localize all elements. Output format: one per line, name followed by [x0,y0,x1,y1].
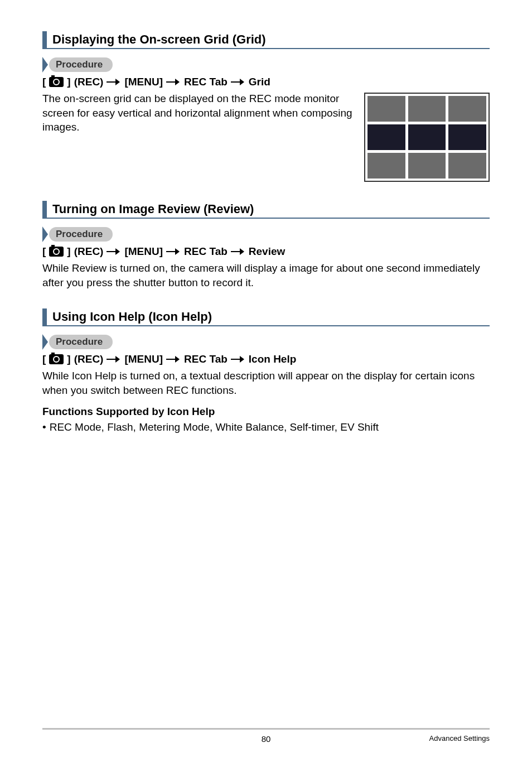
bullet-text: REC Mode, Flash, Metering Mode, White Ba… [50,420,379,435]
grid-cell [367,96,405,122]
grid-cell [367,124,405,150]
arrow-right-icon [166,248,181,255]
body-text-grid: The on-screen grid can be displayed on t… [42,91,353,134]
breadcrumb-menu: [MENU] [124,245,163,258]
breadcrumb-grid: [] (REC) [MENU] REC Tab Grid [42,76,490,88]
breadcrumb-tab: REC Tab [184,245,228,258]
grid-cell [408,124,446,150]
procedure-pill: Procedure [42,57,490,73]
grid-cell [408,96,446,122]
procedure-label: Procedure [49,57,113,72]
bullet-line: • REC Mode, Flash, Metering Mode, White … [42,420,490,435]
breadcrumb-close-bracket: ] [67,76,70,88]
grid-cell [448,153,486,179]
breadcrumb-review: [] (REC) [MENU] REC Tab Review [42,245,490,258]
arrow-right-icon [107,79,121,85]
procedure-pill: Procedure [42,226,490,242]
camera-icon [49,77,64,87]
body-text-review: While Review is turned on, the camera wi… [42,261,490,290]
breadcrumb-close-bracket: ] [67,245,70,258]
arrow-right-icon [107,356,121,363]
grid-cell [448,124,486,150]
procedure-label: Procedure [49,335,113,349]
footer-section-label: Advanced Settings [429,734,490,742]
page-footer: 80 Advanced Settings [42,728,490,744]
breadcrumb-menu: [MENU] [124,76,163,88]
bullet-dot-icon: • [42,420,46,435]
chevron-right-icon [42,226,48,242]
grid-cell [367,153,405,179]
procedure-pill: Procedure [42,334,490,350]
arrow-right-icon [166,79,181,85]
camera-icon [49,247,64,257]
breadcrumb-tab: REC Tab [184,76,228,88]
breadcrumb-open-bracket: [ [42,76,46,88]
breadcrumb-open-bracket: [ [42,245,46,258]
breadcrumb-rec: (REC) [74,353,104,365]
page-number: 80 [262,734,271,744]
breadcrumb-item: Icon Help [249,353,297,365]
arrow-right-icon [231,356,245,363]
breadcrumb-menu: [MENU] [124,353,163,365]
breadcrumb-iconhelp: [] (REC) [MENU] REC Tab Icon Help [42,353,490,365]
body-text-iconhelp: While Icon Help is turned on, a textual … [42,369,490,397]
arrow-right-icon [107,248,121,255]
grid-illustration [364,93,490,182]
breadcrumb-open-bracket: [ [42,353,46,365]
chevron-right-icon [42,57,48,73]
section-heading-iconhelp: Using Icon Help (Icon Help) [42,308,490,326]
camera-icon [49,354,64,364]
arrow-right-icon [231,79,245,85]
procedure-label: Procedure [49,227,113,242]
subheading-functions: Functions Supported by Icon Help [42,406,490,418]
section-heading-grid: Displaying the On-screen Grid (Grid) [42,31,490,49]
breadcrumb-rec: (REC) [74,245,104,258]
breadcrumb-rec: (REC) [74,76,104,88]
breadcrumb-item: Grid [249,76,270,88]
breadcrumb-close-bracket: ] [67,353,70,365]
arrow-right-icon [166,356,181,363]
section-heading-review: Turning on Image Review (Review) [42,201,490,219]
breadcrumb-tab: REC Tab [184,353,228,365]
chevron-right-icon [42,334,48,350]
grid-cell [408,153,446,179]
grid-cell [448,96,486,122]
breadcrumb-item: Review [249,245,285,258]
arrow-right-icon [231,248,245,255]
